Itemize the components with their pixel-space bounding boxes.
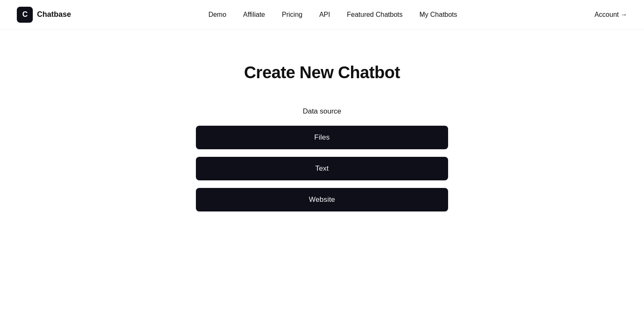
nav-link-api[interactable]: API [319,11,330,18]
main-content: Create New Chatbot Data source Files Tex… [0,29,644,211]
nav-link-my-chatbots[interactable]: My Chatbots [420,11,457,18]
account-arrow: → [620,11,627,18]
data-source-label: Data source [303,107,341,116]
text-button[interactable]: Text [196,157,448,180]
logo-icon[interactable]: C [17,7,33,23]
source-buttons: Files Text Website [196,126,448,211]
account-link[interactable]: Account → [594,11,627,18]
logo-area: C Chatbase [17,7,71,23]
files-button[interactable]: Files [196,126,448,149]
nav-link-featured-chatbots[interactable]: Featured Chatbots [347,11,403,18]
nav-links: Demo Affiliate Pricing API Featured Chat… [209,11,457,18]
website-button[interactable]: Website [196,188,448,211]
data-source-section: Data source Files Text Website [196,107,448,211]
nav-link-demo[interactable]: Demo [209,11,227,18]
brand-name[interactable]: Chatbase [37,10,71,19]
page-title: Create New Chatbot [244,63,400,82]
account-label: Account [594,11,619,18]
nav-link-affiliate[interactable]: Affiliate [243,11,265,18]
nav-link-pricing[interactable]: Pricing [282,11,303,18]
nav-account: Account → [594,11,627,18]
navbar: C Chatbase Demo Affiliate Pricing API Fe… [0,0,644,29]
